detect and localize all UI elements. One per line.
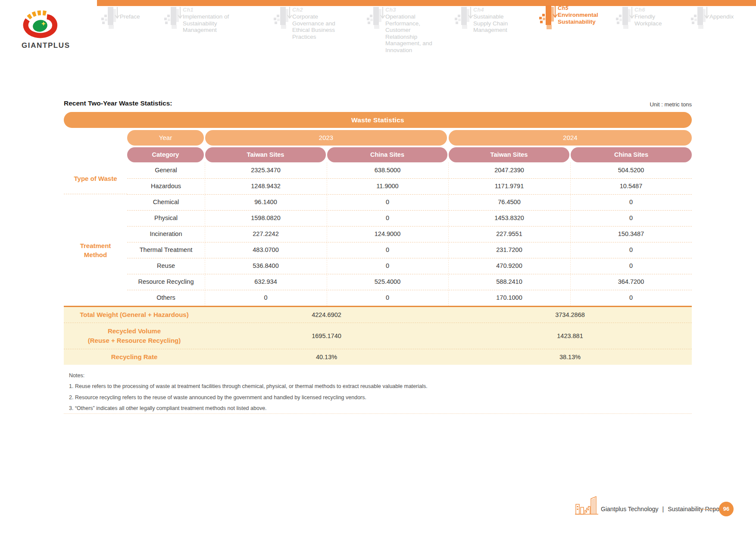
nav-chapter-number: Ch6 bbox=[634, 7, 671, 13]
note-item-2: 2. Resource recycling refers to the reus… bbox=[69, 392, 428, 403]
nav-label: Friendly Workplace bbox=[634, 13, 662, 27]
nav-chapter-number: Ch3 bbox=[385, 7, 440, 13]
value-tw-2023: 536.8400 bbox=[205, 258, 327, 274]
building-icon bbox=[690, 7, 709, 32]
note-item-1: 1. Reuse refers to the processing of was… bbox=[69, 381, 428, 392]
value-cn-2023: 0 bbox=[327, 290, 448, 306]
value-tw-2023: 1598.0820 bbox=[205, 210, 327, 226]
nav-chapter-number bbox=[709, 7, 740, 13]
building-icon bbox=[538, 5, 558, 32]
table-row-incineration: Incineration 227.2242 124.9000 227.9551 … bbox=[127, 226, 692, 242]
china-2023-header: China Sites bbox=[327, 147, 447, 162]
total-label-line2: (Reuse + Resource Recycling) bbox=[64, 336, 205, 345]
group-label-treatment-method: Treatment Method bbox=[64, 194, 127, 306]
value-cn-2023: 0 bbox=[327, 258, 448, 274]
nav-chapter-number bbox=[120, 7, 150, 13]
nav-item-ch2[interactable]: Ch2Corporate Governance and Ethical Busi… bbox=[272, 7, 343, 40]
value-cn-2024: 10.5487 bbox=[570, 178, 692, 194]
nav-chapter-number: Ch4 bbox=[473, 7, 520, 13]
table-row-chemical: Chemical 96.1400 0 76.4500 0 bbox=[127, 194, 692, 211]
footer-separator: | bbox=[662, 506, 664, 512]
year-2023-cell: 2023 bbox=[205, 130, 447, 146]
nav-label: Sustainable Supply Chain Management bbox=[473, 13, 508, 33]
building-icon bbox=[366, 7, 385, 32]
nav-item-ch4[interactable]: Ch4Sustainable Supply Chain Management bbox=[453, 7, 520, 34]
notes-block: Notes: 1. Reuse refers to the processing… bbox=[69, 370, 428, 414]
value-tw-2024: 1171.9791 bbox=[448, 178, 570, 194]
building-icon bbox=[100, 7, 120, 32]
total-2023-value: 1695.1740 bbox=[205, 323, 448, 349]
total-2023-value: 40.13% bbox=[205, 349, 448, 365]
value-cn-2024: 364.7200 bbox=[570, 274, 692, 290]
year-header-cell: Year bbox=[127, 130, 204, 146]
nav-label: Appendix bbox=[709, 13, 734, 20]
value-cn-2024: 0 bbox=[570, 290, 692, 306]
footer-page-line bbox=[700, 509, 718, 509]
nav-chapter-number: Ch2 bbox=[292, 7, 343, 13]
top-accent-bar bbox=[97, 0, 756, 6]
waste-statistics-table: Waste Statistics Year 2023 2024 Category… bbox=[64, 112, 692, 365]
building-icon bbox=[615, 7, 634, 32]
china-2024-header: China Sites bbox=[571, 147, 692, 162]
row-category: Hazardous bbox=[127, 178, 205, 194]
nav-chapter-number: Ch5 bbox=[558, 5, 605, 12]
table-row-hazardous: Hazardous 1248.9432 11.9000 1171.9791 10… bbox=[127, 178, 692, 195]
row-category: Reuse bbox=[127, 258, 205, 274]
nav-item-ch5-active[interactable]: Ch5Environmental Sustainability bbox=[538, 5, 605, 25]
nav-chapter-number: Ch1 bbox=[183, 7, 231, 13]
value-tw-2023: 227.2242 bbox=[205, 226, 327, 242]
year-2024-cell: 2024 bbox=[449, 130, 692, 146]
nav-item-ch3[interactable]: Ch3Operational Performance, Customer Rel… bbox=[366, 7, 440, 53]
value-tw-2023: 1248.9432 bbox=[205, 178, 327, 194]
table-title-bar: Waste Statistics bbox=[64, 112, 692, 128]
group-label-text: Method bbox=[64, 250, 127, 259]
value-cn-2024: 0 bbox=[570, 194, 692, 210]
row-category: Thermal Treatment bbox=[127, 242, 205, 258]
value-tw-2024: 2047.2390 bbox=[448, 162, 570, 178]
totals-section: Total Weight (General + Hazardous) 4224.… bbox=[64, 307, 692, 365]
value-tw-2023: 632.934 bbox=[205, 274, 327, 290]
value-tw-2024: 588.2410 bbox=[448, 274, 570, 290]
giantplus-logo-icon bbox=[22, 10, 59, 39]
row-category: Others bbox=[127, 290, 205, 306]
value-tw-2024: 170.1000 bbox=[448, 290, 570, 306]
footer-brand: Giantplus Technology bbox=[601, 506, 659, 512]
nav-item-appendix[interactable]: Appendix bbox=[690, 7, 740, 20]
nav-label: Implementation of Sustainability Managem… bbox=[183, 13, 229, 33]
nav-item-ch1[interactable]: Ch1Implementation of Sustainability Mana… bbox=[163, 7, 231, 34]
category-header-cell: Category bbox=[127, 147, 204, 162]
total-weight-row: Total Weight (General + Hazardous) 4224.… bbox=[64, 307, 692, 323]
value-tw-2023: 2325.3470 bbox=[205, 162, 327, 178]
taiwan-2023-header: Taiwan Sites bbox=[205, 147, 326, 162]
group-label-text: Treatment bbox=[64, 241, 127, 250]
value-cn-2024: 0 bbox=[570, 210, 692, 226]
value-tw-2024: 227.9551 bbox=[448, 226, 570, 242]
total-label: Recycled Volume bbox=[64, 326, 205, 336]
notes-heading: Notes: bbox=[69, 370, 428, 381]
value-tw-2024: 231.7200 bbox=[448, 242, 570, 258]
value-cn-2024: 150.3487 bbox=[570, 226, 692, 242]
value-cn-2024: 0 bbox=[570, 242, 692, 258]
row-category: Chemical bbox=[127, 194, 205, 210]
nav-item-ch6[interactable]: Ch6Friendly Workplace bbox=[615, 7, 671, 27]
group-label-type-of-waste: Type of Waste bbox=[64, 162, 127, 194]
taiwan-2024-header: Taiwan Sites bbox=[449, 147, 569, 162]
total-2024-value: 38.13% bbox=[448, 349, 692, 365]
note-item-3: 3. “Others” indicates all other legally … bbox=[69, 403, 428, 414]
value-cn-2023: 124.9000 bbox=[327, 226, 448, 242]
table-row-physical: Physical 1598.0820 0 1453.8320 0 bbox=[127, 210, 692, 227]
group-label-text: Type of Waste bbox=[64, 174, 127, 183]
total-label: Recycling Rate bbox=[64, 352, 205, 362]
table-row-reuse: Reuse 536.8400 0 470.9200 0 bbox=[127, 258, 692, 274]
total-label: Total Weight (General + Hazardous) bbox=[64, 310, 205, 320]
nav-label: Preface bbox=[120, 13, 140, 20]
building-icon bbox=[272, 7, 292, 32]
nav-item-preface[interactable]: Preface bbox=[100, 7, 150, 20]
total-2024-value: 1423.881 bbox=[448, 323, 692, 349]
table-row-general: General 2325.3470 638.5000 2047.2390 504… bbox=[127, 162, 692, 179]
nav-label: Operational Performance, Customer Relati… bbox=[385, 13, 432, 53]
row-category: Resource Recycling bbox=[127, 274, 205, 290]
value-tw-2023: 483.0700 bbox=[205, 242, 327, 258]
value-cn-2024: 504.5200 bbox=[570, 162, 692, 178]
group-divider-line bbox=[64, 194, 127, 194]
